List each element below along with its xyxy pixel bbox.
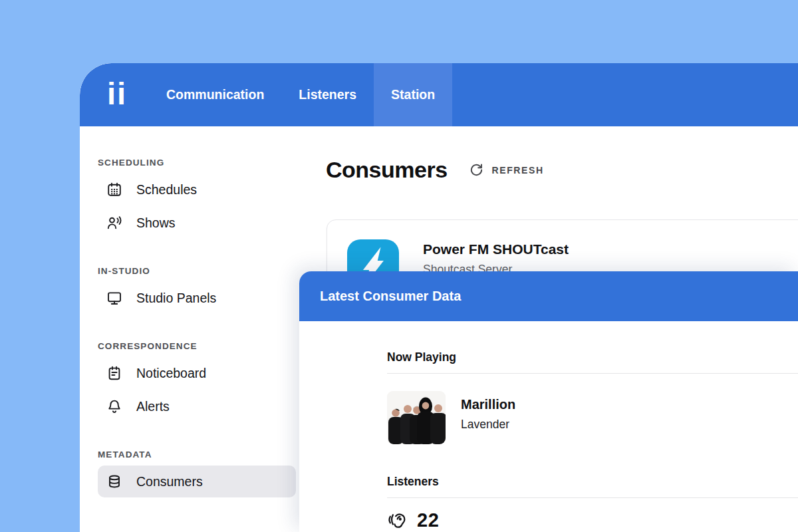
tab-communication[interactable]: Communication bbox=[149, 63, 281, 126]
refresh-label: REFRESH bbox=[492, 165, 544, 176]
sidebar-item-noticeboard[interactable]: Noticeboard bbox=[98, 357, 296, 389]
tab-listeners[interactable]: Listeners bbox=[281, 63, 374, 126]
sidebar-section-correspondence: CORRESPONDENCE Noticeboard Alerts bbox=[98, 341, 299, 422]
page-title: Consumers bbox=[326, 157, 448, 183]
refresh-button[interactable]: REFRESH bbox=[469, 162, 544, 178]
refresh-icon bbox=[469, 162, 484, 178]
sidebar-item-label: Shows bbox=[136, 215, 176, 231]
now-playing-track: Marillion Lavender bbox=[387, 391, 798, 444]
database-icon bbox=[106, 473, 122, 489]
sidebar-item-label: Studio Panels bbox=[136, 291, 216, 306]
now-playing-label: Now Playing bbox=[387, 350, 798, 374]
listeners-section: Listeners 22 bbox=[387, 475, 798, 531]
sidebar-item-studio-panels[interactable]: Studio Panels bbox=[98, 282, 296, 314]
sidebar-section-in-studio: IN-STUDIO Studio Panels bbox=[98, 266, 299, 314]
app-window: ii Communication Listeners Station SCHED… bbox=[80, 63, 798, 532]
sidebar-section-title: CORRESPONDENCE bbox=[98, 341, 299, 351]
sidebar-section-metadata: METADATA Consumers bbox=[98, 450, 299, 497]
sidebar-item-label: Alerts bbox=[136, 399, 170, 414]
track-title: Lavender bbox=[461, 418, 515, 432]
voice-icon bbox=[106, 215, 122, 231]
sidebar-section-scheduling: SCHEDULING Schedules Shows bbox=[98, 158, 299, 239]
sidebar-item-alerts[interactable]: Alerts bbox=[98, 390, 296, 422]
sidebar-item-label: Noticeboard bbox=[136, 366, 206, 381]
noticeboard-icon bbox=[106, 365, 122, 381]
tab-station[interactable]: Station bbox=[374, 63, 452, 126]
ear-icon bbox=[387, 509, 408, 531]
page-header: Consumers REFRESH bbox=[326, 157, 544, 183]
sidebar-section-title: SCHEDULING bbox=[98, 158, 299, 168]
listener-count: 22 bbox=[417, 509, 439, 531]
calendar-icon bbox=[106, 182, 122, 198]
app-logo[interactable]: ii bbox=[100, 63, 134, 126]
top-nav: ii Communication Listeners Station bbox=[80, 63, 798, 126]
album-art bbox=[387, 391, 446, 444]
sidebar: SCHEDULING Schedules Shows IN-STUDIO bbox=[80, 126, 299, 532]
monitor-icon bbox=[106, 290, 122, 306]
nav-tabs: Communication Listeners Station bbox=[149, 63, 452, 126]
listeners-label: Listeners bbox=[387, 475, 798, 498]
sidebar-section-title: IN-STUDIO bbox=[98, 266, 299, 276]
track-meta: Marillion Lavender bbox=[461, 391, 515, 432]
sidebar-item-shows[interactable]: Shows bbox=[98, 207, 296, 239]
listener-count-row: 22 bbox=[387, 509, 798, 531]
sidebar-item-consumers[interactable]: Consumers bbox=[98, 466, 296, 497]
sidebar-item-schedules[interactable]: Schedules bbox=[98, 174, 296, 205]
sidebar-section-title: METADATA bbox=[98, 450, 299, 460]
latest-consumer-data-panel: Latest Consumer Data Now Playing bbox=[299, 271, 798, 532]
sidebar-item-label: Consumers bbox=[136, 474, 203, 489]
bell-icon bbox=[106, 398, 122, 414]
panel-header: Latest Consumer Data bbox=[299, 271, 798, 321]
panel-body: Now Playing bbox=[299, 321, 798, 531]
consumer-card-title: Power FM SHOUTcast bbox=[423, 241, 569, 257]
sidebar-item-label: Schedules bbox=[136, 182, 197, 198]
track-artist: Marillion bbox=[461, 397, 515, 412]
panel-title: Latest Consumer Data bbox=[320, 289, 461, 304]
